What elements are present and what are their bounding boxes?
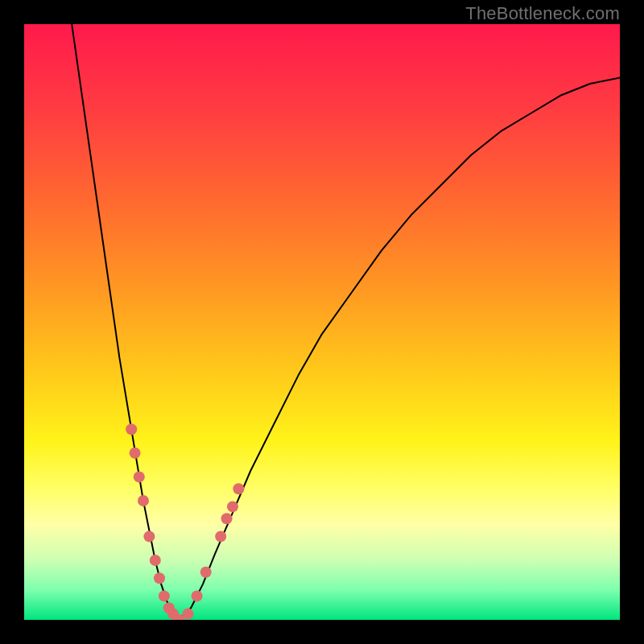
marker-dot: [233, 483, 244, 494]
marker-dot: [200, 567, 212, 578]
watermark-label: TheBottleneck.com: [465, 3, 620, 24]
marker-dot: [192, 590, 203, 601]
plot-area: [24, 24, 620, 620]
marker-dot: [134, 471, 145, 482]
marker-dot: [221, 513, 233, 524]
bottleneck-curve-left: [72, 24, 179, 620]
marker-dot: [215, 530, 226, 542]
marker-dot: [159, 590, 170, 601]
marker-dot: [150, 555, 161, 566]
chart-frame: TheBottleneck.com: [0, 0, 644, 644]
marker-dot: [227, 501, 238, 512]
marker-dot: [130, 448, 141, 459]
marker-dot: [143, 530, 155, 542]
marker-dot: [138, 495, 149, 506]
marker-dot: [154, 572, 165, 584]
marker-dot: [126, 423, 137, 435]
bottleneck-curve-right: [179, 78, 620, 620]
curves-layer: [24, 24, 620, 620]
marker-dot: [183, 609, 194, 620]
